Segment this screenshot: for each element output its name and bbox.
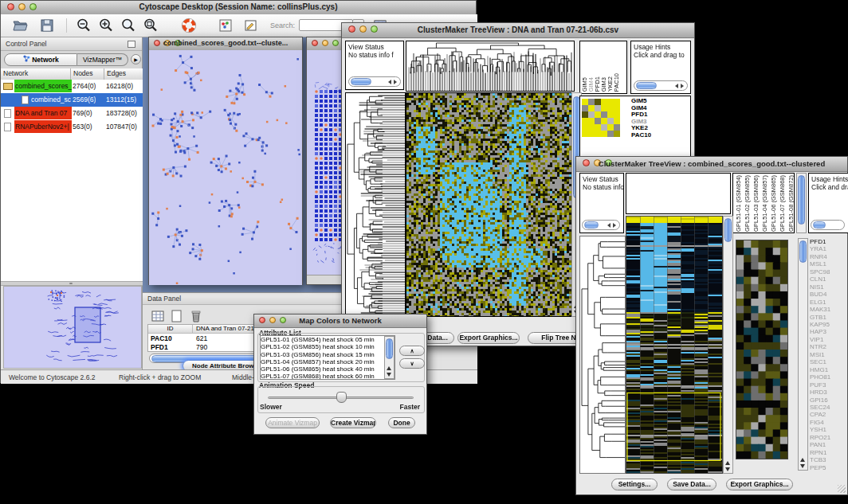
- treeview-titlebar[interactable]: ClusterMaker TreeView : DNA and Tran 07-…: [342, 23, 694, 38]
- create-vizmap-button[interactable]: Create Vizmap: [330, 417, 376, 428]
- global-heatmap[interactable]: [626, 216, 723, 474]
- row-dendrogram[interactable]: [345, 92, 406, 317]
- table-row-id[interactable]: PAC10: [151, 334, 172, 342]
- zoom-out-icon[interactable]: [76, 18, 92, 37]
- label-item: ELG1: [810, 299, 848, 306]
- view-status-panel: View Status No status info f: [579, 173, 624, 233]
- label-item: GPL51-03 (GSM856): [752, 175, 760, 232]
- usage-hints-text: Click and drag to: [634, 51, 688, 59]
- label-item: YKE2: [631, 125, 651, 132]
- gene-list-vscrollbar[interactable]: [798, 238, 808, 471]
- treeview-titlebar[interactable]: ClusterMaker TreeView : combined_scores_…: [576, 157, 847, 172]
- attribute-list-vscrollbar[interactable]: [384, 336, 395, 379]
- attribute-listbox[interactable]: GPL51-01 (GSM854) heat shock 05 minGPL51…: [260, 335, 395, 380]
- network-tab-icon: [22, 54, 30, 66]
- network-nodes: 769(0): [73, 107, 92, 119]
- label-item: CLN1: [810, 275, 848, 283]
- view-status-scrollbar[interactable]: [348, 76, 401, 87]
- network-edges: 16218(0): [106, 80, 133, 92]
- table-row-value[interactable]: 621: [196, 334, 207, 342]
- label-item: CPA2: [810, 411, 848, 418]
- table-row-value[interactable]: 790: [196, 343, 207, 351]
- animate-vizmap-button[interactable]: Animate Vizmap: [265, 417, 320, 428]
- network-list-row[interactable]: RNAPuberNov2+| 563(0) 107847(0): [1, 120, 143, 134]
- column-dendrogram[interactable]: [406, 41, 575, 92]
- table-header-id[interactable]: ID: [148, 325, 193, 334]
- done-button[interactable]: Done: [388, 417, 415, 428]
- network-file-icon: [4, 109, 11, 118]
- column-header-nodes[interactable]: Nodes: [71, 68, 104, 80]
- zoom-button[interactable]: [332, 40, 339, 46]
- label-item: YSH1: [810, 426, 848, 433]
- export-graphics-button[interactable]: Export Graphics...: [726, 479, 793, 490]
- save-data-button[interactable]: Save Data...: [667, 479, 716, 490]
- tab-overflow-button[interactable]: ▶: [131, 54, 141, 64]
- column-header-edges[interactable]: Edges: [104, 68, 143, 80]
- view-status-title: View Status: [348, 43, 401, 51]
- usage-hints-scrollbar[interactable]: [634, 80, 688, 91]
- label-item: GIM3: [631, 119, 651, 126]
- column-labels-vscrollbar[interactable]: [796, 173, 807, 233]
- column-header-network[interactable]: Network: [1, 68, 71, 80]
- network-view-window: combined_scores_good.txt--cluste...: [148, 37, 303, 285]
- label-item: GTB1: [810, 314, 848, 321]
- global-heatmap[interactable]: [406, 92, 573, 317]
- label-item: GIM4: [631, 105, 651, 112]
- label-item: GPI16: [810, 397, 848, 404]
- tab-network[interactable]: Network: [4, 53, 77, 66]
- label-item: VIP1: [810, 336, 848, 343]
- annotation-icon[interactable]: [243, 18, 259, 37]
- settings-button[interactable]: Settings...: [611, 479, 658, 490]
- label-item: GPL51-06 (GSM865): [769, 175, 778, 232]
- label-item: PFD1: [810, 238, 848, 245]
- zoom-fit-icon[interactable]: [120, 18, 136, 37]
- zoom-in-icon[interactable]: [98, 18, 114, 37]
- tab-vizmapper[interactable]: VizMapper™: [77, 53, 128, 66]
- label-item: GPL51-04 (GSM857): [760, 175, 769, 232]
- network-list-row[interactable]: combined_scores_ 2764(0) 16218(0): [1, 80, 143, 93]
- label-item: FIG4: [810, 419, 848, 426]
- view-status-text: No status info f: [348, 51, 401, 59]
- move-up-button[interactable]: ∧: [399, 346, 425, 356]
- save-session-icon[interactable]: [39, 18, 55, 37]
- network-list-row[interactable]: DNA and Tran 07 769(0) 183728(0): [1, 107, 143, 120]
- export-graphics-button[interactable]: Export Graphics...: [457, 332, 520, 344]
- usage-hints-scrollbar[interactable]: [811, 220, 845, 230]
- speed-slider-thumb[interactable]: [336, 392, 347, 403]
- network-nodes: 2764(0): [73, 80, 96, 92]
- minimize-button[interactable]: [322, 40, 328, 46]
- more-tabs-icon: ▶: [134, 57, 138, 62]
- zoom-heatmap[interactable]: [582, 99, 620, 137]
- help-lifering-icon[interactable]: [181, 18, 197, 37]
- column-dendrogram-panel[interactable]: [626, 173, 731, 214]
- move-down-button[interactable]: ∨: [399, 358, 425, 369]
- network-overview-thumbnail[interactable]: [3, 286, 142, 369]
- network-birdseye-icon[interactable]: [218, 18, 234, 37]
- network-canvas[interactable]: [149, 50, 302, 285]
- label-item: PAC10: [614, 73, 620, 92]
- label-item: GPL51-08 (GSM872): [787, 175, 795, 232]
- resize-grip[interactable]: [838, 485, 846, 493]
- close-button[interactable]: [312, 40, 318, 46]
- network-file-icon: [4, 123, 11, 131]
- zoom-heatmap[interactable]: [736, 240, 788, 459]
- usage-hints-panel: Usage Hints Click and drag to: [808, 173, 848, 233]
- row-dendrogram[interactable]: [579, 236, 626, 474]
- network-name: DNA and Tran 07: [14, 107, 72, 119]
- label-item: PAN1: [810, 441, 848, 448]
- float-panel-icon[interactable]: [128, 41, 135, 48]
- dialog-titlebar[interactable]: Map Colors to Network: [254, 315, 426, 328]
- main-titlebar[interactable]: Cytoscape Desktop (Session Name: collins…: [1, 1, 476, 15]
- open-session-icon[interactable]: [12, 18, 28, 37]
- global-heatmap-vscrollbar[interactable]: [723, 216, 733, 474]
- table-row-id[interactable]: PFD1: [151, 343, 168, 351]
- network-view-title: combined_scores_good.txt--cluste...: [149, 39, 302, 47]
- network-list-row-selected[interactable]: combined_sco 2569(6) 13112(15): [1, 93, 143, 107]
- zoom-selected-region-icon[interactable]: [143, 18, 159, 37]
- view-status-scrollbar[interactable]: [582, 220, 620, 230]
- network-view-titlebar[interactable]: combined_scores_good.txt--cluste...: [149, 37, 302, 51]
- network-file-icon: [22, 96, 29, 104]
- map-colors-dialog: Map Colors to Network Attribute List GPL…: [253, 314, 427, 435]
- label-item: KAP95: [810, 321, 848, 328]
- gene-label-list: GIM5GIM4PFD1GIM3YKE2PAC10: [631, 98, 651, 139]
